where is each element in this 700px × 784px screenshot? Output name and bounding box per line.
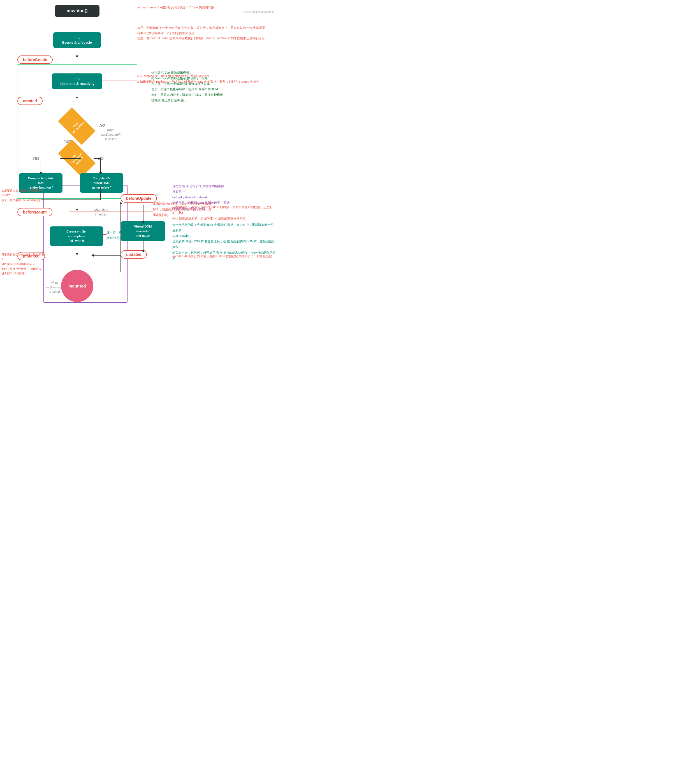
arrow-new-vue-to-init-events	[77, 18, 77, 33]
new-vue-node: new Vue()	[55, 5, 100, 17]
arrow-compile-el-down	[100, 187, 101, 200]
watermark: CSDN @小小前端程序员	[243, 10, 275, 14]
annotation-mounted-desc: 只要执行完了 mounted，就表示 整个 Vue 实例已经初始化完毕了； 此时…	[2, 252, 45, 276]
arrow-mounted-to-beforedestroy	[77, 302, 77, 314]
arrow-no-compile-tip	[99, 172, 102, 174]
before-create-label: beforeCreate	[17, 55, 53, 64]
mounted-circle: Mounted	[61, 270, 93, 302]
annotation-create-vmel: 这一步，将内存中编译好的模板，真实的替 换到 浏览器的页面中去；	[107, 230, 165, 241]
arrow-init-events-to-bc	[77, 46, 77, 56]
arrow-bu-tip	[119, 202, 122, 204]
arrow-no-to-compile-el-h	[93, 158, 101, 159]
compile-el-node: Compile el's outerHTML as template *	[80, 173, 123, 193]
has-el-diamond: Has"el" option?	[60, 115, 93, 137]
arrow-merge-to-beforemount	[77, 200, 77, 209]
annotation-new-vue: var vm = new Vue({}) 表示开始创建一个 Vue 的实例对象	[137, 5, 214, 10]
annotation-init-events: 表示，刚初始化了一个 Vue 空的实例对象，这时候，这个对象身上，只有默认的 一…	[137, 25, 266, 41]
annotation-no-branch: 这里表示 Vue 开始编辑模板， 把 Vue 代码中的那些指令进行执行，最终， …	[151, 70, 223, 103]
before-mount-label: beforeMount	[17, 208, 52, 216]
ann-new-vue-line	[100, 12, 137, 12]
init-injections-node: Init injections & reactivity	[52, 73, 102, 89]
arrow-updated-to-mounted-tip	[92, 254, 93, 257]
arrow-no-to-compile-el-v	[100, 158, 101, 174]
arrow-init-inject-to-created	[77, 87, 77, 97]
annotation-before-update: // 得出结论：当执行 beforeUpdate 的时候，页面中的显示的数据，还…	[172, 205, 276, 221]
yes-label-template: YES	[32, 156, 40, 161]
arrow-yes-compile-tip	[40, 172, 42, 174]
ann-init-events-line	[101, 39, 137, 39]
arrow-merge-h-left	[41, 200, 77, 200]
created-label: created	[17, 97, 43, 105]
arrow-updated-to-mounted-h	[93, 255, 121, 256]
arrow-before-mount-to-createvmel	[77, 217, 77, 227]
create-vmel-node: Create vm.$el and replace "el" with it	[50, 226, 103, 246]
ann-createvmel-line	[103, 234, 107, 235]
arrow-createvmel-to-mounted-label	[77, 244, 77, 254]
init-events-node: Init Events & Lifecycle	[53, 32, 101, 48]
ann-before-mount-line	[69, 211, 153, 212]
diagram-container: new Vue() Init Events & Lifecycle before…	[0, 0, 280, 17]
when-destroy-text: when vm.$destroy() is called	[45, 280, 63, 294]
arrow-vdom-to-updated	[143, 240, 143, 251]
ann-init-inject-line	[102, 80, 137, 80]
arrow-mounted-to-bu-h	[93, 272, 121, 272]
arrow-bu-to-vdom	[143, 205, 143, 222]
no-label-el: NO	[100, 123, 105, 128]
arrow-merge-h-right	[76, 200, 101, 200]
arrow-yes-to-compile-template-h	[60, 158, 81, 159]
annotation-updated: updated 事件执行的时候，页面和 data 数据已经保持同步了，都是最新的	[172, 254, 272, 259]
annotation-mounted-note: 如果要通过某些插件操作页面上的DOM节 点了，最早要在 mounted 中进行	[2, 188, 45, 203]
arrow-bc-to-init-inject	[77, 64, 77, 74]
arrow-mounted-label-to-circle	[77, 261, 77, 270]
arrow-yes-to-compile-template-v	[41, 158, 41, 174]
when-mount-text: when vm.$mount(el) is called	[101, 128, 120, 141]
before-update-label: beforeUpdate	[120, 194, 157, 203]
